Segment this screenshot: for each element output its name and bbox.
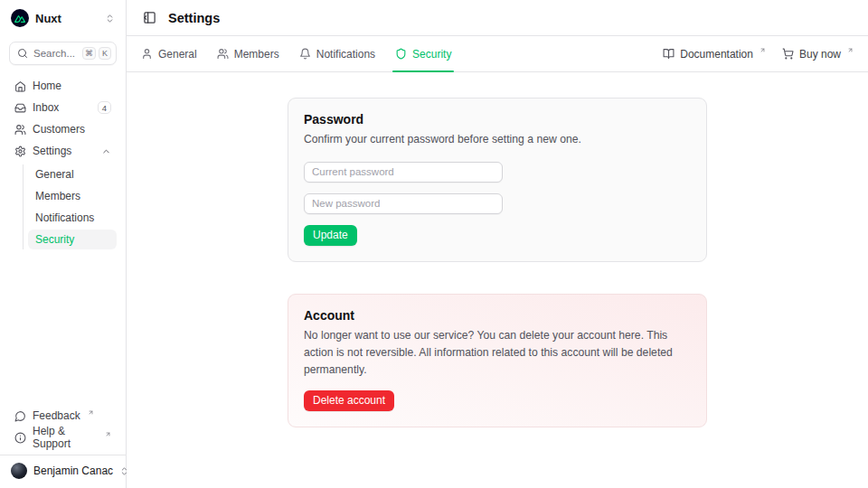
sidebar-item-members[interactable]: Members [28,186,117,206]
gear-icon [14,145,26,157]
delete-account-button[interactable]: Delete account [304,390,394,411]
sidebar: Nuxt Search... ⌘ K Home [0,0,127,488]
sidebar-item-customers[interactable]: Customers [9,119,117,139]
external-link-icon [105,431,111,437]
account-card: Account No longer want to use our servic… [288,294,707,427]
sidebar-divider [0,455,126,455]
password-card: Password Confirm your current password b… [288,98,707,262]
app-window: Nuxt Search... ⌘ K Home [0,0,868,488]
user-name: Benjamin Canac [33,465,113,477]
buy-now-link[interactable]: Buy now [782,48,854,61]
inbox-count-badge: 4 [98,101,111,114]
page-header: Settings [127,0,868,36]
password-card-title: Password [304,112,691,127]
users-icon [14,124,26,136]
home-icon [14,80,26,92]
sidebar-item-home[interactable]: Home [9,76,117,96]
tab-general[interactable]: General [141,36,197,71]
search-icon [17,48,28,59]
sidebar-item-label: Members [35,190,80,202]
search-input[interactable]: Search... ⌘ K [9,42,117,65]
action-label: Documentation [680,48,753,61]
info-circle-icon [14,432,26,444]
sidebar-item-general[interactable]: General [28,164,117,184]
sidebar-nav: Home Inbox 4 Customers Settings [9,76,117,249]
nuxt-logo-icon [11,9,29,27]
sidebar-footer: Feedback Help & Support [9,406,117,447]
tab-label: Security [412,48,451,61]
sidebar-item-label: General [35,168,74,181]
sidebar-item-settings[interactable]: Settings [9,141,117,161]
sidebar-item-help-support[interactable]: Help & Support [9,427,117,447]
search-placeholder: Search... [33,48,77,59]
user-icon [141,48,153,60]
external-link-icon [88,409,94,416]
new-password-field[interactable] [304,193,503,214]
settings-tabbar: General Members Notifications Security [127,36,868,72]
user-menu[interactable]: Benjamin Canac [9,461,117,481]
sidebar-item-label: Help & Support [33,425,98,450]
chevrons-up-down-icon [105,14,115,23]
chevron-up-icon [101,146,111,156]
sidebar-item-feedback[interactable]: Feedback [9,406,117,426]
external-link-icon [760,47,766,53]
team-name: Nuxt [35,12,61,25]
tab-security[interactable]: Security [395,36,451,71]
current-password-field[interactable] [304,162,503,183]
search-shortcut: ⌘ K [82,47,111,60]
sidebar-item-label: Settings [33,145,71,157]
tab-label: General [158,48,197,61]
team-switcher[interactable]: Nuxt [9,7,117,29]
message-bubble-icon [14,410,26,422]
tab-label: Notifications [316,48,375,61]
sidebar-item-label: Home [33,80,61,92]
bell-icon [299,48,311,60]
kbd-cmd: ⌘ [82,47,96,60]
sidebar-item-label: Security [35,233,74,246]
collapse-sidebar-button[interactable] [141,9,158,26]
sidebar-item-label: Inbox [33,101,59,114]
sidebar-item-notifications[interactable]: Notifications [28,208,117,228]
external-link-icon [847,47,854,53]
tab-members[interactable]: Members [217,36,279,71]
header-actions: Documentation Buy now [663,48,854,61]
tab-notifications[interactable]: Notifications [299,36,375,71]
account-card-title: Account [304,308,691,323]
password-card-description: Confirm your current password before set… [304,131,691,148]
settings-security-content: Password Confirm your current password b… [127,72,868,488]
account-card-description: No longer want to use our service? You c… [304,327,691,379]
sidebar-item-label: Feedback [33,409,80,422]
settings-subnav: General Members Notifications Security [23,164,117,249]
book-open-icon [663,48,675,60]
sidebar-item-security[interactable]: Security [28,230,117,249]
shield-icon [395,48,407,60]
password-form: Update [304,162,691,246]
documentation-link[interactable]: Documentation [663,48,766,61]
main-area: Settings General Members Notifications [127,0,868,488]
sidebar-item-label: Customers [33,123,85,136]
shopping-cart-icon [782,48,794,60]
inbox-icon [14,102,26,114]
users-icon [217,48,229,60]
update-password-button[interactable]: Update [304,225,357,246]
kbd-k: K [99,47,111,60]
action-label: Buy now [799,48,841,61]
sidebar-item-label: Notifications [35,211,94,224]
tab-label: Members [234,48,279,61]
sidebar-item-inbox[interactable]: Inbox 4 [9,98,117,117]
page-title: Settings [168,11,220,25]
avatar [11,463,27,479]
